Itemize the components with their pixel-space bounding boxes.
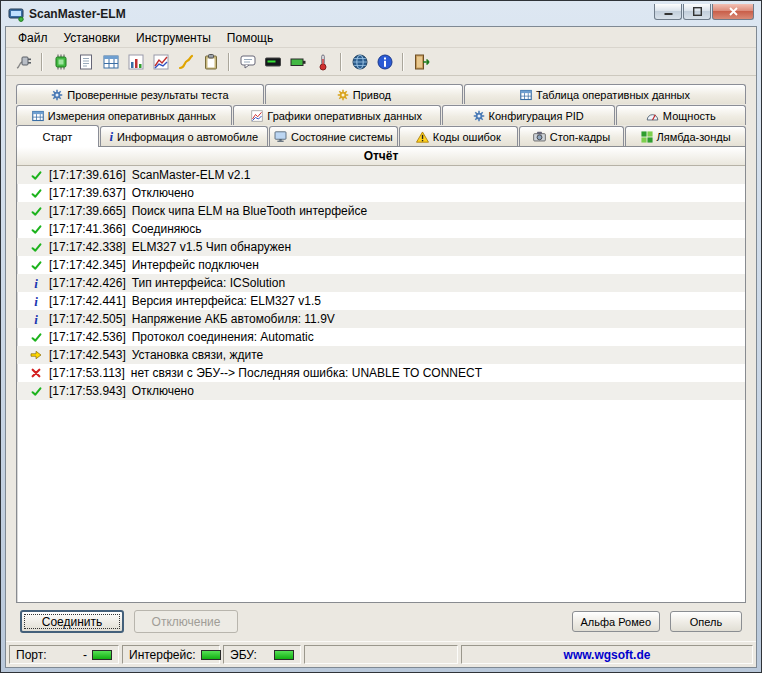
log-entry[interactable]: i [17:17:42.426] Тип интерфейса: ICSolut… <box>17 274 745 292</box>
tab-label: Мощность <box>663 110 716 122</box>
window-controls <box>654 4 754 20</box>
exit-icon[interactable] <box>410 50 433 73</box>
maximize-button[interactable] <box>683 4 711 20</box>
tab-label: Таблица оперативных данных <box>536 89 690 101</box>
tab-vehicle-info[interactable]: i Информация о автомобиле <box>100 126 268 146</box>
main-area: Проверенные результаты теста Привод Табл… <box>6 76 756 641</box>
log-time: [17:17:53.943] <box>49 384 126 398</box>
tab-row-bottom: Старт i Информация о автомобиле Состояни… <box>16 125 746 146</box>
log-entry[interactable]: i [17:17:42.505] Напряжение АКБ автомоби… <box>17 310 745 328</box>
log-text: Отключено <box>132 384 194 398</box>
ecu-led <box>274 650 294 660</box>
status-ecu: ЭБУ: <box>223 645 301 664</box>
opel-button[interactable]: Опель <box>670 611 742 632</box>
menu-file[interactable]: Файл <box>10 29 56 47</box>
tab-start[interactable]: Старт <box>16 125 99 147</box>
log-entry[interactable]: [17:17:39.665] Поиск чипа ELM на BlueToo… <box>17 202 745 220</box>
log-text: Напряжение АКБ автомобиля: 11.9V <box>132 312 335 326</box>
log-text: Интерфейс подключен <box>132 258 259 272</box>
connect-icon[interactable] <box>12 50 35 73</box>
tab-actuators[interactable]: Привод <box>265 84 463 104</box>
app-icon <box>8 6 24 22</box>
log-text: ScanMaster-ELM v2.1 <box>132 168 251 182</box>
info-icon[interactable] <box>373 50 396 73</box>
tab-lambda-sensors[interactable]: Лямбда-зонды <box>625 126 746 146</box>
port-value: - <box>83 648 87 662</box>
report-panel: Отчёт [17:17:39.616] ScanMaster-ELM v2.1… <box>16 146 746 603</box>
tab-pid-config[interactable]: Конфигурация PID <box>442 105 615 125</box>
connect-button[interactable]: Соединить <box>20 610 124 633</box>
camera-icon <box>533 131 546 142</box>
thermometer-icon[interactable] <box>311 50 334 73</box>
tab-system-status[interactable]: Состояние системы <box>269 126 398 146</box>
success-icon <box>27 242 45 253</box>
log-entry[interactable]: i [17:17:42.441] Версия интерфейса: ELM3… <box>17 292 745 310</box>
log-entry[interactable]: [17:17:39.637] Отключено <box>17 184 745 202</box>
toolbar-separator <box>402 53 404 71</box>
tab-row-top: Проверенные результаты теста Привод Табл… <box>16 83 746 104</box>
log-entry[interactable]: [17:17:42.543] Установка связи, ждите <box>17 346 745 364</box>
status-website-panel: www.wgsoft.de <box>461 645 753 664</box>
tab-freeze-frames[interactable]: Стоп-кадры <box>519 126 624 146</box>
tab-live-graphs[interactable]: Графики оперативных данных <box>233 105 441 125</box>
info-icon: i <box>27 277 45 290</box>
toolbar-separator <box>41 53 43 71</box>
table-icon <box>32 110 44 122</box>
menu-tools[interactable]: Инструменты <box>128 29 219 47</box>
menu-help[interactable]: Помощь <box>219 29 281 47</box>
success-icon <box>27 386 45 397</box>
bar-chart-icon[interactable] <box>124 50 147 73</box>
warning-icon <box>416 131 429 143</box>
battery-icon[interactable] <box>286 50 309 73</box>
close-button[interactable] <box>712 4 754 20</box>
log-entry[interactable]: [17:17:42.338] ELM327 v1.5 Чип обнаружен <box>17 238 745 256</box>
report-document-icon[interactable] <box>74 50 97 73</box>
line-graph-icon[interactable] <box>149 50 172 73</box>
log-entry[interactable]: [17:17:42.536] Протокол соединения: Auto… <box>17 328 745 346</box>
title-bar[interactable]: ScanMaster-ELM <box>5 1 757 26</box>
tab-test-results[interactable]: Проверенные результаты теста <box>16 84 264 104</box>
tab-live-data-grid[interactable]: Таблица оперативных данных <box>464 84 746 104</box>
alfa-romeo-button[interactable]: Альфа Ромео <box>572 611 660 632</box>
minimize-button[interactable] <box>654 4 682 20</box>
clipboard-icon[interactable] <box>199 50 222 73</box>
log-entry[interactable]: [17:17:39.616] ScanMaster-ELM v2.1 <box>17 166 745 184</box>
log-entry[interactable]: [17:17:53.113] нет связи с ЭБУ--> Послед… <box>17 364 745 382</box>
report-column-header[interactable]: Отчёт <box>17 147 745 166</box>
info-icon: i <box>27 313 45 326</box>
log-text: Отключено <box>132 186 194 200</box>
tab-live-measurements[interactable]: Измерения оперативных данных <box>16 105 232 125</box>
log-time: [17:17:53.113] <box>49 366 125 380</box>
tab-label: Коды ошибок <box>433 131 501 143</box>
log-entry[interactable]: [17:17:42.345] Интерфейс подключен <box>17 256 745 274</box>
port-led <box>92 650 112 660</box>
status-empty-panel <box>304 645 458 664</box>
log-time: [17:17:42.441] <box>49 294 126 308</box>
console-bubble-icon[interactable] <box>236 50 259 73</box>
live-data-table-icon[interactable] <box>99 50 122 73</box>
tab-trouble-codes[interactable]: Коды ошибок <box>399 126 518 146</box>
log-time: [17:17:42.536] <box>49 330 126 344</box>
toolbar <box>6 48 756 76</box>
log-text: Версия интерфейса: ELM327 v1.5 <box>132 294 321 308</box>
tab-power[interactable]: Мощность <box>616 105 746 125</box>
tab-label: Старт <box>42 131 72 143</box>
disconnect-button[interactable]: Отключение <box>134 610 238 633</box>
log-time: [17:17:42.426] <box>49 276 126 290</box>
menu-settings[interactable]: Установки <box>56 29 128 47</box>
success-icon <box>27 188 45 199</box>
tab-label: Состояние системы <box>291 131 393 143</box>
website-link[interactable]: www.wgsoft.de <box>564 648 651 662</box>
globe-icon[interactable] <box>348 50 371 73</box>
lcd-display-icon[interactable] <box>261 50 284 73</box>
tab-label: Проверенные результаты теста <box>67 89 228 101</box>
progress-arrow-icon <box>27 350 45 360</box>
log-entry[interactable]: [17:17:41.366] Соединяюсь <box>17 220 745 238</box>
window-title: ScanMaster-ELM <box>29 7 126 21</box>
log-time: [17:17:42.543] <box>49 348 126 362</box>
log-entry[interactable]: [17:17:53.943] Отключено <box>17 382 745 400</box>
elm-chip-icon[interactable] <box>49 50 72 73</box>
success-icon <box>27 224 45 235</box>
log-text: Протокол соединения: Automatic <box>132 330 314 344</box>
dyno-curve-icon[interactable] <box>174 50 197 73</box>
